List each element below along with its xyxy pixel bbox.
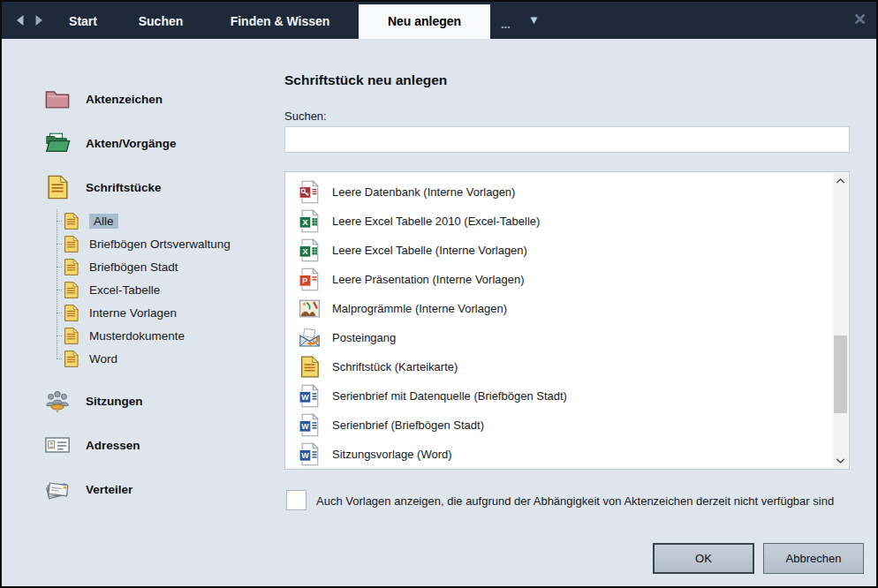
scrollbar-down-button[interactable] xyxy=(833,453,848,468)
sidebar-item-label: Alle xyxy=(89,214,118,229)
list-item-label: Leere Excel Tabelle (Interne Vorlagen) xyxy=(332,244,527,257)
list-item-label: Posteingang xyxy=(332,331,396,344)
mail-inbox-icon xyxy=(298,326,322,350)
sidebar-item-label: Excel-Tabelle xyxy=(89,283,160,297)
sidebar-item-label: Aktenzeichen xyxy=(86,93,163,106)
sidebar-item-alle[interactable]: Alle xyxy=(2,209,284,232)
sidebar-item-adressen[interactable]: Adressen xyxy=(2,423,284,467)
file-word-icon: W xyxy=(298,384,322,408)
main-panel: Schriftstück neu anlegen Suchen: Leere D… xyxy=(284,39,876,586)
document-yellow-icon xyxy=(44,174,71,200)
app-window: StartSuchenFinden & WissenNeu anlegen ..… xyxy=(0,0,878,588)
sidebar-item-sitzungen[interactable]: Sitzungen xyxy=(2,379,284,423)
list-item[interactable]: Posteingang xyxy=(285,323,833,352)
sidebar-item-akten-vorgänge[interactable]: Akten/Vorgänge xyxy=(2,121,284,165)
tree-connector-stub xyxy=(57,290,62,290)
list-item[interactable]: Malprogrämmle (Interne Vorlagen) xyxy=(285,294,833,323)
document-yellow-icon xyxy=(62,304,80,322)
sidebar-item-label: Verteiler xyxy=(86,483,132,496)
file-word-icon: W xyxy=(298,442,322,466)
tab-finden-wissen[interactable]: Finden & Wissen xyxy=(207,4,353,39)
svg-text:P: P xyxy=(302,276,307,285)
document-yellow-icon xyxy=(298,355,322,379)
distribution-icon xyxy=(44,476,71,502)
tree-connector-stub xyxy=(57,221,62,222)
sidebar-item-label: Briefbögen Stadt xyxy=(89,260,178,274)
list-item-label: Serienbrief mit Datenquelle (Briefbögen … xyxy=(332,389,567,403)
sidebar-tree: AktenzeichenAkten/VorgängeSchriftstückeA… xyxy=(2,39,284,586)
sidebar-item-aktenzeichen[interactable]: Aktenzeichen xyxy=(2,77,284,121)
tab-bar: StartSuchenFinden & WissenNeu anlegen ..… xyxy=(2,2,876,39)
list-item-label: Leere Excel Tabelle 2010 (Excel-Tabelle) xyxy=(332,215,540,228)
sidebar-item-label: Schriftstücke xyxy=(86,181,162,194)
list-item[interactable]: XLeere Excel Tabelle 2010 (Excel-Tabelle… xyxy=(285,207,833,236)
list-item[interactable]: WSerienbrief mit Datenquelle (Briefbögen… xyxy=(285,381,833,411)
list-item-label: Leere Präsentation (Interne Vorlagen) xyxy=(332,273,525,286)
list-item-label: Sitzungsvorlage (Word) xyxy=(332,448,452,461)
ok-button[interactable]: OK xyxy=(653,543,754,574)
tree-connector-stub xyxy=(57,313,62,313)
document-yellow-icon xyxy=(62,235,80,253)
sidebar-item-word[interactable]: Word xyxy=(2,347,284,370)
scrollbar-up-button[interactable] xyxy=(833,173,848,188)
template-list: Leere Datenbank (Interne Vorlagen)XLeere… xyxy=(284,171,850,470)
list-item[interactable]: Schriftstück (Karteikarte) xyxy=(285,352,833,381)
list-item-label: Schriftstück (Karteikarte) xyxy=(332,360,458,373)
tab-neu-anlegen[interactable]: Neu anlegen xyxy=(359,4,490,39)
svg-text:W: W xyxy=(301,422,309,431)
search-label: Suchen: xyxy=(284,109,327,123)
tab-suchen[interactable]: Suchen xyxy=(124,4,198,39)
sidebar-item-excel-tabelle[interactable]: Excel-Tabelle xyxy=(2,278,284,301)
file-word-icon: W xyxy=(298,413,322,437)
sidebar-item-label: Akten/Vorgänge xyxy=(86,137,177,150)
sidebar-item-musterdokumente[interactable]: Musterdokumente xyxy=(2,324,284,347)
list-item[interactable]: XLeere Excel Tabelle (Interne Vorlagen) xyxy=(285,236,833,265)
cancel-button[interactable]: Abbrechen xyxy=(763,543,864,574)
sidebar-item-interne-vorlagen[interactable]: Interne Vorlagen xyxy=(2,301,284,324)
sidebar-item-label: Musterdokumente xyxy=(89,329,185,343)
sidebar-item-label: Sitzungen xyxy=(86,395,143,408)
scrollbar[interactable] xyxy=(833,173,848,468)
tree-connector-stub xyxy=(57,335,62,336)
meeting-icon xyxy=(44,388,71,414)
chevron-down-icon[interactable]: ▼ xyxy=(528,13,540,26)
list-item[interactable]: PLeere Präsentation (Interne Vorlagen) xyxy=(285,265,833,294)
svg-text:X: X xyxy=(302,246,308,256)
tab-start[interactable]: Start xyxy=(48,4,118,39)
search-input[interactable] xyxy=(284,126,850,153)
tree-connector-stub xyxy=(57,244,62,245)
list-item-label: Malprogrämmle (Interne Vorlagen) xyxy=(332,302,507,315)
sidebar-item-briefbögen-stadt[interactable]: Briefbögen Stadt xyxy=(2,255,284,278)
show-unavailable-checkbox[interactable] xyxy=(286,490,307,510)
svg-text:X: X xyxy=(302,217,308,227)
document-yellow-icon xyxy=(62,258,80,276)
page-title: Schriftstück neu anlegen xyxy=(284,72,447,88)
tree-connector-stub xyxy=(57,358,62,359)
sidebar-item-label: Briefbögen Ortsverwaltung xyxy=(89,237,231,251)
list-item[interactable]: WSitzungsvorlage (Word) xyxy=(285,440,833,469)
paint-icon xyxy=(298,297,322,320)
sidebar-item-briefbögen-ortsverwaltung[interactable]: Briefbögen Ortsverwaltung xyxy=(2,232,284,255)
folder-pink-icon xyxy=(44,86,71,112)
sidebar-item-label: Word xyxy=(89,352,117,366)
document-yellow-icon xyxy=(62,350,80,368)
show-unavailable-label: Auch Vorlagen anzeigen, die aufgrund der… xyxy=(316,494,834,508)
tree-connector-stub xyxy=(57,267,62,268)
sidebar-item-verteiler[interactable]: Verteiler xyxy=(2,467,284,511)
list-item[interactable]: Leere Datenbank (Interne Vorlagen) xyxy=(285,177,833,207)
sidebar-item-label: Interne Vorlagen xyxy=(89,306,177,320)
tab-overflow[interactable]: ... xyxy=(501,2,511,39)
file-excel-icon: X xyxy=(298,209,322,233)
close-icon[interactable]: ✕ xyxy=(853,10,867,29)
nav-arrows xyxy=(13,13,46,27)
list-item[interactable]: WSerienbrief (Briefbögen Stadt) xyxy=(285,411,833,440)
forward-arrow-icon[interactable] xyxy=(31,13,46,27)
file-powerpoint-icon: P xyxy=(298,268,322,291)
document-yellow-icon xyxy=(62,327,80,345)
svg-text:W: W xyxy=(301,451,309,460)
sidebar-item-schriftstücke[interactable]: Schriftstücke xyxy=(2,165,284,209)
list-item-label: Serienbrief (Briefbögen Stadt) xyxy=(332,418,484,432)
back-arrow-icon[interactable] xyxy=(13,13,28,27)
document-yellow-icon xyxy=(62,281,80,299)
scrollbar-thumb[interactable] xyxy=(834,335,847,414)
